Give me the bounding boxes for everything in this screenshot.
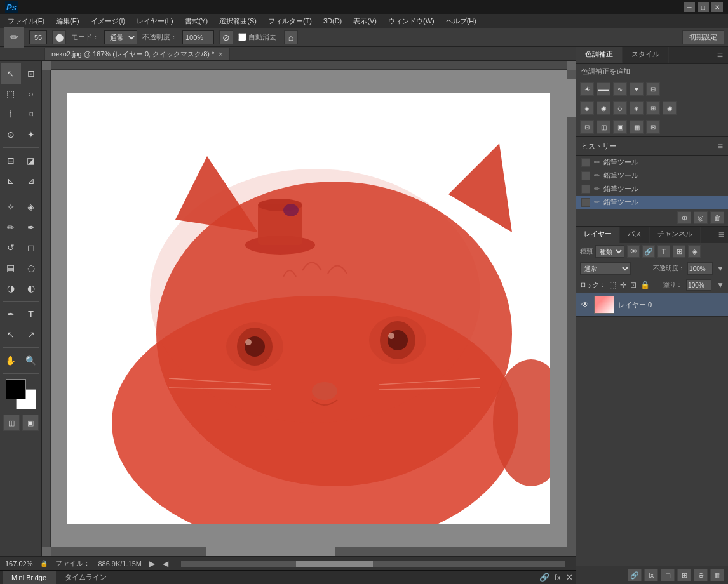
- play-icon[interactable]: ▶: [149, 559, 155, 568]
- canvas-image[interactable]: [67, 93, 550, 524]
- collapse-icon[interactable]: ✕: [566, 573, 573, 582]
- vertical-scroll-thumb[interactable]: [567, 79, 576, 117]
- panel-menu-icon[interactable]: ≡: [712, 47, 728, 63]
- text-tool[interactable]: T: [21, 304, 41, 324]
- layers-new-btn[interactable]: ⊕: [694, 569, 708, 581]
- pencil-tool-icon[interactable]: ✏: [4, 27, 24, 48]
- bottom-tab-timeline[interactable]: タイムライン: [56, 571, 116, 585]
- maximize-button[interactable]: □: [698, 2, 709, 12]
- layers-link-btn[interactable]: 🔗: [628, 569, 642, 581]
- tab-style[interactable]: スタイル: [623, 47, 669, 63]
- close-button[interactable]: ✕: [711, 2, 723, 12]
- adj-posterize-icon[interactable]: ◫: [597, 120, 610, 134]
- menu-type[interactable]: 書式(Y): [180, 14, 213, 28]
- healing-brush-tool[interactable]: ✧: [1, 197, 21, 217]
- path-select-tool[interactable]: ↖: [1, 324, 21, 345]
- brush-shape-btn[interactable]: ⬤: [52, 30, 66, 44]
- history-checkbox-1[interactable]: [581, 171, 590, 180]
- menu-help[interactable]: ヘルプ(H): [441, 14, 482, 28]
- foreground-color[interactable]: [6, 379, 26, 399]
- vertical-scrollbar[interactable]: [567, 70, 576, 556]
- hand-tool[interactable]: ✋: [1, 350, 21, 371]
- history-checkbox-3[interactable]: [581, 198, 590, 207]
- history-checkbox-2[interactable]: [581, 185, 590, 194]
- layers-style-btn[interactable]: fx: [644, 569, 658, 581]
- pressure-icon[interactable]: ⌂: [284, 30, 298, 44]
- eyedropper-tool[interactable]: ⊾: [1, 171, 21, 191]
- history-new-document-btn[interactable]: ◎: [694, 211, 708, 224]
- menu-select[interactable]: 選択範囲(S): [214, 14, 262, 28]
- history-menu-icon[interactable]: ≡: [718, 141, 723, 151]
- doc-tab-close[interactable]: ✕: [218, 51, 223, 58]
- brush-size-box[interactable]: 55: [29, 30, 47, 44]
- horizontal-scroll-thumb[interactable]: [206, 547, 335, 556]
- menu-layer[interactable]: レイヤー(L): [131, 14, 178, 28]
- adj-gradient-map-icon[interactable]: ▦: [630, 120, 644, 134]
- opacity-icon[interactable]: ⊘: [219, 30, 233, 44]
- magic-wand-tool[interactable]: ✦: [21, 124, 41, 145]
- layer-item-0[interactable]: 👁 レイヤー 0: [576, 293, 728, 317]
- history-item-2[interactable]: ✏ 鉛筆ツール: [576, 182, 728, 196]
- status-scroll-thumb[interactable]: [296, 561, 373, 567]
- burn-tool[interactable]: ◐: [21, 278, 41, 298]
- menu-image[interactable]: イメージ(I): [86, 14, 130, 28]
- standard-mode-btn[interactable]: ▣: [22, 415, 39, 431]
- adj-hue-icon[interactable]: ◈: [580, 101, 594, 115]
- history-checkbox-0[interactable]: [581, 158, 590, 167]
- zoom-tool[interactable]: 🔍: [21, 350, 41, 371]
- layers-opacity-input[interactable]: [687, 262, 713, 275]
- eraser-tool[interactable]: ◻: [21, 237, 41, 258]
- layers-mask-btn[interactable]: ◻: [661, 569, 675, 581]
- history-brush-tool[interactable]: ↺: [1, 237, 21, 258]
- adj-curves-icon[interactable]: ∿: [613, 82, 627, 96]
- layers-tab-layers[interactable]: レイヤー: [576, 227, 620, 243]
- menu-file[interactable]: ファイル(F): [3, 14, 50, 28]
- ruler-tool[interactable]: ⊿: [21, 171, 41, 191]
- layers-group-btn[interactable]: ⊞: [677, 569, 691, 581]
- tab-color-correction[interactable]: 色調補正: [576, 47, 623, 63]
- history-new-snapshot-btn[interactable]: ⊕: [677, 211, 691, 224]
- history-item-0[interactable]: ✏ 鉛筆ツール: [576, 156, 728, 169]
- crop-tool[interactable]: ⊟: [1, 150, 21, 171]
- adj-levels-icon[interactable]: ▬▬: [597, 82, 610, 96]
- layers-lock-move[interactable]: ✛: [620, 281, 626, 289]
- fx-icon[interactable]: fx: [555, 573, 561, 582]
- history-item-3[interactable]: ✏ 鉛筆ツール: [576, 196, 728, 209]
- layers-lock-pixels[interactable]: ⬚: [609, 281, 616, 289]
- adj-vibrance-icon[interactable]: ⊟: [646, 82, 660, 96]
- layers-tab-channels[interactable]: チャンネル: [650, 227, 701, 243]
- layers-filter-select[interactable]: 種類: [595, 245, 624, 258]
- slice-tool[interactable]: ◪: [21, 150, 41, 171]
- adj-selective-color-icon[interactable]: ⊠: [646, 120, 660, 134]
- color-swatches[interactable]: [6, 379, 36, 409]
- menu-edit[interactable]: 編集(E): [51, 14, 84, 28]
- bottom-tab-mini-bridge[interactable]: Mini Bridge: [3, 571, 56, 585]
- auto-erase-checkbox[interactable]: [238, 33, 246, 41]
- adj-channel-mixer-icon[interactable]: ⊞: [646, 101, 660, 115]
- brush-tool[interactable]: ✏: [1, 217, 21, 237]
- adj-exposure-icon[interactable]: ▼: [630, 82, 644, 96]
- adj-color-lookup-icon[interactable]: ◉: [663, 101, 677, 115]
- layers-delete-btn[interactable]: 🗑: [710, 569, 724, 581]
- layers-tab-paths[interactable]: パス: [620, 227, 650, 243]
- adj-colorbalance-icon[interactable]: ◉: [597, 101, 610, 115]
- adj-bw-icon[interactable]: ◇: [613, 101, 627, 115]
- layers-filter-T[interactable]: T: [657, 245, 670, 258]
- gradient-tool[interactable]: ▤: [1, 258, 21, 278]
- layers-filter-color[interactable]: ◈: [688, 245, 701, 258]
- layers-filter-eye[interactable]: 👁: [627, 245, 640, 258]
- adj-threshold-icon[interactable]: ▣: [613, 120, 627, 134]
- polygonal-lasso-tool[interactable]: ⌑: [21, 104, 41, 124]
- direct-select-tool[interactable]: ↗: [21, 324, 41, 345]
- adj-invert-icon[interactable]: ⊡: [580, 120, 594, 134]
- menu-view[interactable]: 表示(V): [348, 14, 382, 28]
- opacity-input[interactable]: [182, 30, 214, 44]
- layers-opacity-arrow[interactable]: ▼: [717, 264, 724, 273]
- initial-settings-button[interactable]: 初期設定: [682, 30, 724, 44]
- layers-paint-input[interactable]: [686, 279, 711, 291]
- nav-left-icon[interactable]: ◀: [163, 559, 168, 568]
- link-icon[interactable]: 🔗: [539, 573, 549, 582]
- layers-lock-artboard[interactable]: ⊡: [630, 281, 637, 289]
- history-delete-btn[interactable]: 🗑: [710, 211, 724, 224]
- blur-tool[interactable]: ◌: [21, 258, 41, 278]
